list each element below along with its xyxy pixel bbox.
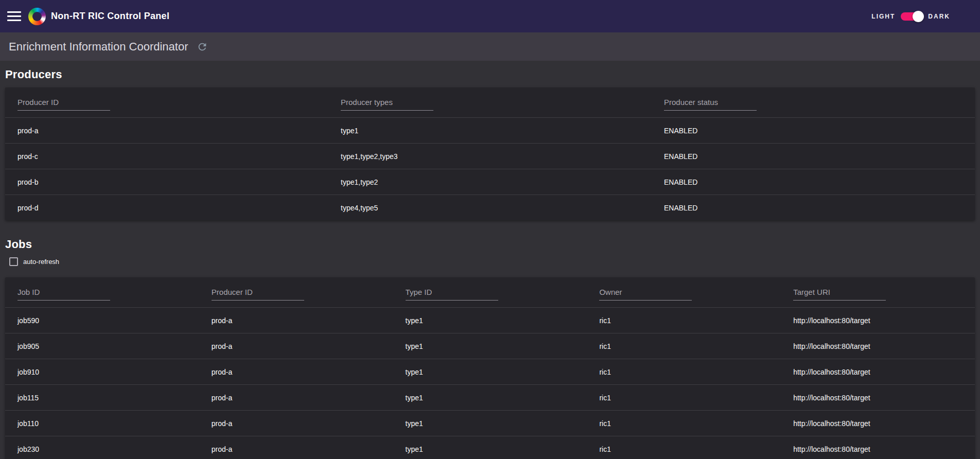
cell-producer-id: prod-a [199, 308, 393, 333]
theme-toggle[interactable] [901, 12, 922, 21]
cell-job-id: job110 [5, 411, 199, 436]
table-row: prod-atype1ENABLED [5, 117, 975, 143]
cell-producer-status: ENABLED [652, 169, 975, 195]
cell-producer-types: type1,type2 [328, 169, 652, 195]
app-header: Non-RT RIC Control Panel LIGHT DARK [0, 0, 980, 32]
cell-type-id: type1 [393, 385, 587, 410]
job-id-filter-input[interactable] [18, 287, 110, 301]
dark-label: DARK [928, 13, 950, 20]
jobs-table-body: job590prod-atype1ric1http://localhost:80… [5, 307, 975, 459]
cell-owner: ric1 [587, 308, 781, 333]
main-content: Producers prod-atype1ENABLEDprod-ctype1,… [0, 68, 980, 459]
cell-job-id: job115 [5, 385, 199, 410]
target-uri-filter-input[interactable] [793, 287, 886, 301]
jobs-table: job590prod-atype1ric1http://localhost:80… [5, 277, 975, 459]
cell-owner: ric1 [587, 411, 781, 436]
table-row: job115prod-atype1ric1http://localhost:80… [5, 384, 975, 410]
cell-target-uri: http://localhost:80/target [781, 333, 975, 359]
table-row: job910prod-atype1ric1http://localhost:80… [5, 359, 975, 384]
cell-producer-id: prod-a [199, 385, 393, 410]
cell-producer-id: prod-a [199, 436, 393, 459]
table-row: prod-dtype4,type5ENABLED [5, 195, 975, 220]
cell-producer-types: type4,type5 [328, 195, 652, 220]
cell-owner: ric1 [587, 359, 781, 384]
producer-id-filter-input[interactable] [18, 97, 110, 111]
cell-job-id: job230 [5, 436, 199, 459]
cell-owner: ric1 [587, 333, 781, 359]
cell-target-uri: http://localhost:80/target [781, 359, 975, 384]
table-row: prod-ctype1,type2,type3ENABLED [5, 143, 975, 169]
auto-refresh-checkbox[interactable] [9, 257, 18, 266]
page-titlebar: Enrichment Information Coordinator [0, 32, 980, 61]
table-row: job110prod-atype1ric1http://localhost:80… [5, 410, 975, 436]
cell-producer-id: prod-d [5, 195, 328, 220]
producer-status-filter-input[interactable] [664, 97, 757, 111]
cell-producer-id: prod-a [199, 359, 393, 384]
owner-filter-input[interactable] [599, 287, 692, 301]
cell-type-id: type1 [393, 359, 587, 384]
cell-owner: ric1 [587, 436, 781, 459]
table-row: job230prod-atype1ric1http://localhost:80… [5, 436, 975, 459]
cell-type-id: type1 [393, 308, 587, 333]
auto-refresh-control: auto-refresh [9, 257, 975, 266]
cell-producer-types: type1,type2,type3 [328, 144, 652, 169]
cell-producer-status: ENABLED [652, 144, 975, 169]
table-row: job590prod-atype1ric1http://localhost:80… [5, 307, 975, 333]
cell-producer-types: type1 [328, 118, 652, 143]
producers-table-body: prod-atype1ENABLEDprod-ctype1,type2,type… [5, 117, 975, 220]
producer-types-filter-input[interactable] [341, 97, 433, 111]
cell-job-id: job910 [5, 359, 199, 384]
cell-producer-status: ENABLED [652, 118, 975, 143]
producers-filter-row [5, 87, 975, 117]
cell-producer-id: prod-c [5, 144, 328, 169]
oran-logo-icon [28, 8, 46, 25]
cell-target-uri: http://localhost:80/target [781, 385, 975, 410]
type-id-filter-input[interactable] [406, 287, 498, 301]
table-row: job905prod-atype1ric1http://localhost:80… [5, 333, 975, 359]
cell-producer-id: prod-b [5, 169, 328, 195]
cell-target-uri: http://localhost:80/target [781, 436, 975, 459]
refresh-icon[interactable] [197, 41, 208, 52]
producers-table: prod-atype1ENABLEDprod-ctype1,type2,type… [5, 87, 975, 220]
cell-producer-status: ENABLED [652, 195, 975, 220]
cell-type-id: type1 [393, 411, 587, 436]
jobs-filter-row [5, 277, 975, 307]
job-producer-id-filter-input[interactable] [212, 287, 304, 301]
cell-type-id: type1 [393, 333, 587, 359]
cell-producer-id: prod-a [5, 118, 328, 143]
menu-icon[interactable] [7, 9, 21, 23]
cell-job-id: job590 [5, 308, 199, 333]
cell-owner: ric1 [587, 385, 781, 410]
cell-target-uri: http://localhost:80/target [781, 411, 975, 436]
cell-job-id: job905 [5, 333, 199, 359]
table-row: prod-btype1,type2ENABLED [5, 169, 975, 195]
app-title: Non-RT RIC Control Panel [51, 11, 169, 22]
producers-heading: Producers [5, 68, 975, 81]
auto-refresh-label: auto-refresh [23, 258, 59, 266]
cell-producer-id: prod-a [199, 411, 393, 436]
page-title: Enrichment Information Coordinator [9, 40, 188, 54]
light-label: LIGHT [871, 13, 895, 20]
theme-toggle-thumb[interactable] [913, 11, 924, 22]
cell-type-id: type1 [393, 436, 587, 459]
cell-target-uri: http://localhost:80/target [781, 308, 975, 333]
cell-producer-id: prod-a [199, 333, 393, 359]
theme-switcher: LIGHT DARK [871, 12, 972, 21]
jobs-heading: Jobs [5, 238, 975, 251]
